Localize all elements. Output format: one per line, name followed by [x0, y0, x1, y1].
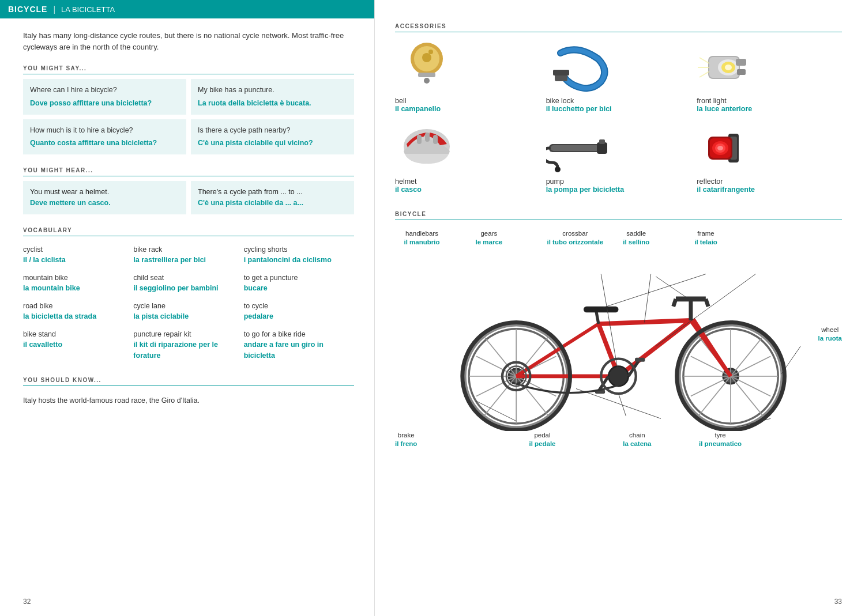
label-saddle: saddle il sellino — [623, 229, 649, 247]
vocab-ita-11: andare a fare un giro in bicicletta — [244, 341, 324, 360]
vocab-eng-7: puncture repair kit — [133, 330, 191, 338]
vocab-col-3: cycling shorts i pantaloncini da ciclism… — [244, 241, 354, 365]
phrase-box-1: My bike has a puncture. La ruota della b… — [191, 79, 354, 115]
label-frame: frame il telaio — [694, 229, 717, 247]
label-brake: brake il freno — [395, 431, 417, 448]
label-crossbar: crossbar il tubo orizzontale — [547, 229, 604, 247]
intro-text: Italy has many long-distance cycle route… — [23, 30, 354, 52]
hear-grid: You must wear a helmet. Deve mettere un … — [23, 181, 354, 214]
reflector-icon — [697, 122, 760, 174]
svg-point-65 — [608, 366, 629, 387]
svg-point-4 — [422, 53, 431, 62]
acc-eng-pump: pump — [546, 177, 691, 186]
vocab-ita-2: la bicicletta da strada — [23, 312, 96, 320]
svg-rect-14 — [737, 69, 746, 75]
vocab-eng-8: cycling shorts — [244, 245, 288, 254]
vocab-ita-10: pedalare — [244, 312, 273, 320]
phrase-italian-3: C'è una pista ciclabile qui vicino? — [198, 138, 347, 149]
hear-box-1: There's a cycle path from ... to ... C'è… — [191, 181, 354, 214]
vocab-ita-1: la mountain bike — [23, 284, 80, 292]
phrase-box-2: How much is it to hire a bicycle? Quanto… — [23, 119, 186, 155]
vocab-item-10: to cycle pedalare — [244, 297, 354, 326]
you-should-know-section: YOU SHOULD KNOW... Italy hosts the world… — [23, 377, 354, 406]
vocab-eng-5: child seat — [133, 274, 164, 282]
vocab-eng-10: to cycle — [244, 302, 268, 310]
accessories-label: ACCESSORIES — [395, 23, 842, 32]
accessories-grid: bell il campanello bike lock — [395, 41, 842, 194]
vocab-item-11: to go for a bike ride andare a fare un g… — [244, 326, 354, 365]
acc-eng-helmet: helmet — [395, 177, 540, 186]
vocab-item-4: bike rack la rastrelliera per bici — [133, 241, 243, 269]
vocab-ita-9: bucare — [244, 284, 268, 292]
page-num-left: 32 — [23, 598, 31, 606]
hear-italian-0: Deve mettere un casco. — [30, 198, 179, 209]
accessory-bell: bell il campanello — [395, 41, 540, 113]
svg-point-3 — [424, 78, 430, 84]
phrase-english-1: My bike has a puncture. — [198, 85, 347, 96]
pump-icon — [546, 122, 610, 174]
vocab-eng-3: bike stand — [23, 330, 56, 338]
acc-eng-reflector: reflector — [697, 177, 842, 186]
svg-line-80 — [781, 346, 800, 374]
vocabulary-section: VOCABULARY cyclist il / la ciclista moun… — [23, 227, 354, 365]
vocab-grid: cyclist il / la ciclista mountain bike l… — [23, 241, 354, 365]
acc-eng-light: front light — [697, 97, 842, 105]
left-page: BICYCLE | LA BICICLETTA Italy has many l… — [0, 0, 375, 616]
phrase-box-0: Where can I hire a bicycle? Dove posso a… — [23, 79, 186, 115]
svg-rect-64 — [584, 307, 619, 312]
label-gears: gears le marce — [476, 229, 503, 247]
accessory-reflector: reflector il catarifrangente — [697, 122, 842, 194]
you-might-say-label: YOU MIGHT SAY... — [23, 65, 354, 74]
svg-line-61 — [674, 299, 676, 307]
hear-english-1: There's a cycle path from ... to ... — [198, 187, 347, 198]
header-title: BICYCLE — [8, 5, 47, 14]
svg-point-33 — [717, 146, 723, 150]
vocab-ita-7: il kit di riparazione per le forature — [133, 341, 218, 360]
acc-ita-bell: il campanello — [395, 105, 540, 113]
you-should-know-label: YOU SHOULD KNOW... — [23, 377, 354, 386]
svg-rect-69 — [635, 358, 645, 362]
bicycle-svg — [395, 247, 842, 431]
phrase-italian-0: Dove posso affittare una bicicletta? — [30, 98, 179, 109]
svg-line-62 — [706, 299, 708, 307]
vocab-col-2: bike rack la rastrelliera per bici child… — [133, 241, 243, 365]
label-wheel: wheel la ruota — [818, 326, 842, 343]
page-container: BICYCLE | LA BICICLETTA Italy has many l… — [0, 0, 865, 616]
accessory-helmet: helmet il casco — [395, 122, 540, 194]
acc-ita-helmet: il casco — [395, 186, 540, 194]
vocab-ita-6: la pista ciclabile — [133, 312, 189, 320]
phrase-italian-2: Quanto costa affittare una bicicletta? — [30, 138, 179, 149]
acc-ita-lock: il lucchetto per bici — [546, 105, 691, 113]
label-tyre: tyre il pneumatico — [699, 431, 742, 448]
vocab-item-7: puncture repair kit il kit di riparazion… — [133, 326, 243, 365]
acc-ita-reflector: il catarifrangente — [697, 186, 842, 194]
svg-point-26 — [555, 167, 561, 172]
vocab-eng-9: to get a puncture — [244, 274, 298, 282]
bell-icon — [395, 41, 458, 93]
vocab-item-3: bike stand il cavalletto — [23, 326, 133, 354]
bicycle-diagram: handlebars il manubrio gears le marce cr… — [395, 229, 842, 448]
page-num-right: 33 — [834, 598, 842, 606]
acc-eng-bell: bell — [395, 97, 540, 105]
lock-icon — [546, 41, 610, 93]
hear-italian-1: C'è una pista ciclabile da ... a... — [198, 198, 347, 209]
you-might-hear-label: YOU MIGHT HEAR... — [23, 167, 354, 176]
vocab-ita-5: il seggiolino per bambini — [133, 284, 218, 292]
vocab-eng-11: to go for a bike ride — [244, 330, 306, 338]
vocab-ita-3: il cavalletto — [23, 341, 62, 349]
vocab-item-6: cycle lane la pista ciclabile — [133, 297, 243, 326]
svg-rect-25 — [599, 139, 605, 144]
label-handlebars: handlebars il manubrio — [404, 229, 440, 247]
vocab-ita-8: i pantaloncini da ciclismo — [244, 256, 332, 264]
phrase-italian-1: La ruota della bicicletta è bucata. — [198, 98, 347, 109]
vocab-item-8: cycling shorts i pantaloncini da ciclism… — [244, 241, 354, 269]
svg-point-5 — [428, 50, 433, 54]
accessory-lock: bike lock il lucchetto per bici — [546, 41, 691, 113]
know-text: Italy hosts the world-famous road race, … — [23, 391, 354, 406]
vocab-eng-6: cycle lane — [133, 302, 166, 310]
svg-line-17 — [699, 71, 709, 77]
svg-rect-19 — [417, 135, 422, 144]
vocab-item-9: to get a puncture bucare — [244, 269, 354, 297]
light-icon — [697, 41, 760, 93]
svg-line-77 — [644, 274, 650, 323]
